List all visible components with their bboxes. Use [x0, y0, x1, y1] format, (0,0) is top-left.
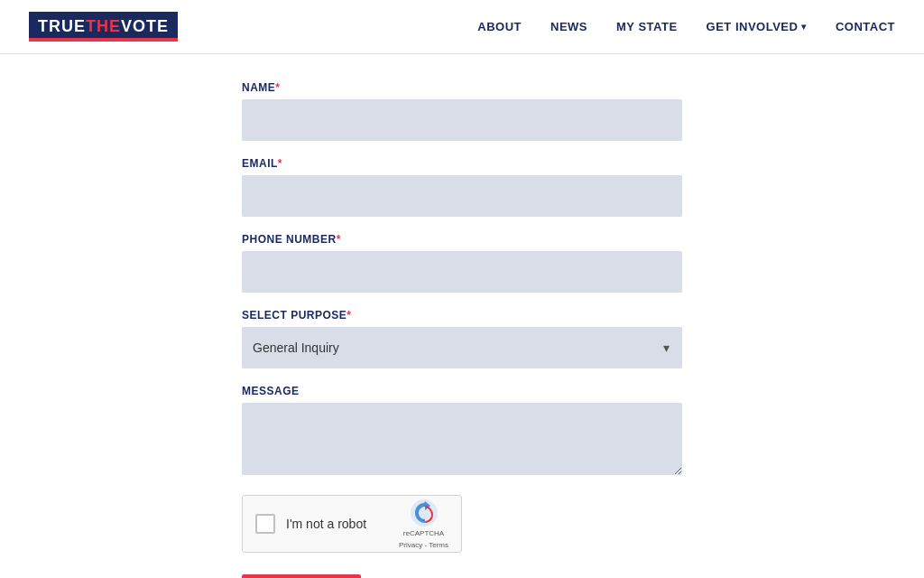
message-label: MESSAGE	[242, 385, 682, 397]
header: TRUETHEVOTE ABOUT NEWS MY STATE GET INVO…	[0, 0, 924, 54]
recaptcha-right: reCAPTCHA Privacy - Terms	[399, 499, 448, 548]
nav-getinvolved[interactable]: GET INVOLVED ▾	[707, 20, 807, 33]
phone-field-group: PHONE NUMBER*	[242, 233, 682, 293]
recaptcha-left: I'm not a robot	[255, 514, 366, 534]
nav-getinvolved-label: GET INVOLVED	[707, 20, 799, 33]
recaptcha-checkbox[interactable]	[255, 514, 275, 534]
email-input[interactable]	[242, 175, 682, 217]
purpose-label: SELECT PURPOSE*	[242, 309, 682, 322]
email-required: *	[278, 157, 282, 170]
name-required: *	[275, 81, 280, 94]
nav-contact[interactable]: CONTACT	[836, 20, 895, 33]
email-field-group: EMAIL*	[242, 157, 682, 217]
phone-input[interactable]	[242, 251, 682, 293]
message-textarea[interactable]	[242, 403, 682, 475]
recaptcha-logo-icon	[410, 499, 439, 527]
submit-button[interactable]: SUBMIT	[242, 574, 361, 578]
nav-mystate[interactable]: MY STATE	[616, 20, 678, 33]
chevron-down-icon: ▾	[801, 22, 807, 32]
message-field-group: MESSAGE	[242, 385, 682, 479]
logo-underline	[29, 38, 178, 42]
purpose-required: *	[346, 309, 351, 322]
recaptcha-widget[interactable]: I'm not a robot reCAPTCHA Privacy - Term…	[242, 495, 462, 553]
name-field-group: NAME*	[242, 81, 682, 141]
logo-box: TRUETHEVOTE	[29, 12, 178, 42]
recaptcha-brand-text: reCAPTCHA	[403, 529, 444, 538]
logo[interactable]: TRUETHEVOTE	[29, 12, 178, 42]
recaptcha-label: I'm not a robot	[286, 517, 366, 531]
email-label: EMAIL*	[242, 157, 682, 170]
phone-label: PHONE NUMBER*	[242, 233, 682, 246]
purpose-select-wrapper: General Inquiry Volunteer Donation Press…	[242, 327, 682, 368]
contact-form-container: NAME* EMAIL* PHONE NUMBER* SELECT PURPOS…	[227, 81, 697, 578]
logo-vote: VOTE	[121, 17, 169, 36]
logo-the: THE	[86, 17, 121, 36]
logo-true: TRUE	[38, 17, 86, 36]
name-label: NAME*	[242, 81, 682, 94]
name-input[interactable]	[242, 99, 682, 141]
nav-about[interactable]: ABOUT	[477, 20, 522, 33]
purpose-select[interactable]: General Inquiry Volunteer Donation Press…	[242, 327, 682, 368]
recaptcha-privacy-links: Privacy - Terms	[399, 541, 448, 549]
phone-required: *	[337, 233, 341, 246]
nav: ABOUT NEWS MY STATE GET INVOLVED ▾ CONTA…	[477, 20, 895, 33]
nav-news[interactable]: NEWS	[550, 20, 587, 33]
purpose-field-group: SELECT PURPOSE* General Inquiry Voluntee…	[242, 309, 682, 368]
main-content: NAME* EMAIL* PHONE NUMBER* SELECT PURPOS…	[0, 54, 924, 578]
